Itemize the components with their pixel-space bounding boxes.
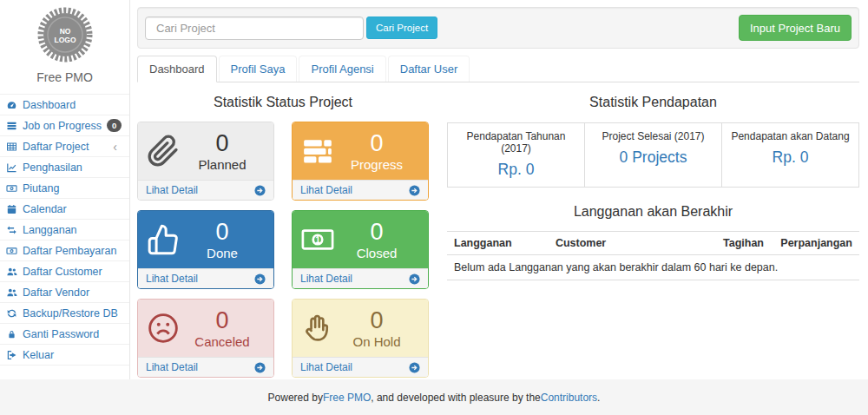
tab-bar: Dashboard Profil Saya Profil Agensi Daft… [137, 56, 859, 82]
tab-profil-agensi[interactable]: Profil Agensi [299, 56, 385, 82]
banknote-icon: 1 [301, 223, 334, 256]
card-done: 0 Done Lihat Detail [137, 210, 274, 289]
card-closed: 1 0 Closed Lihat Detail [292, 210, 429, 289]
revenue-header: Pendapatan Tahunan (2017) [451, 130, 581, 155]
footer-text: . [597, 392, 600, 404]
arrow-circle-right-icon [254, 273, 266, 285]
status-cards-grid: 0 Planned Lihat Detail [137, 122, 429, 378]
free-pmo-link[interactable]: Free PMO [323, 392, 371, 404]
card-count: 0 [370, 130, 383, 157]
sidebar-item-daftar-pembayaran[interactable]: Daftar Pembayaran [0, 240, 129, 261]
contributors-link[interactable]: Contributors [541, 392, 597, 404]
subscriptions-header-row: Langganan Customer Tagihan Perpanjangan [447, 232, 859, 255]
sidebar-menu: Dashboard Job on Progress 0 Daftar Proje… [0, 94, 129, 366]
revenue-value: Rp. 0 [451, 161, 581, 179]
no-logo-seal-icon: NO LOGO [37, 7, 93, 63]
search-input[interactable] [145, 16, 364, 40]
sidebar-item-job-on-progress[interactable]: Job on Progress 0 [0, 115, 129, 136]
card-canceled: 0 Canceled Lihat Detail [137, 299, 274, 378]
revenue-cell-akan-datang: Pendapatan akan Datang Rp. 0 [722, 123, 858, 187]
svg-text:NO: NO [59, 27, 70, 36]
card-label: Canceled [194, 334, 249, 349]
hand-paper-icon [301, 312, 334, 345]
sidebar-item-calendar[interactable]: Calendar [0, 199, 129, 220]
subscriptions-empty-row: Belum ada Langganan yang akan berakhir d… [447, 255, 859, 280]
money-icon [6, 246, 17, 256]
planned-detail-link[interactable]: Lihat Detail [138, 180, 273, 200]
sidebar-item-label: Dashboard [23, 99, 76, 111]
sidebar-item-label: Langganan [23, 224, 77, 236]
tab-daftar-user[interactable]: Daftar User [388, 56, 470, 82]
card-count: 0 [215, 219, 228, 246]
tab-profil-saya[interactable]: Profil Saya [219, 56, 298, 82]
tab-dashboard[interactable]: Dashboard [137, 56, 217, 82]
card-label: Progress [351, 157, 403, 172]
sidebar-item-langganan[interactable]: Langganan [0, 220, 129, 240]
refresh-icon [6, 308, 17, 319]
sidebar-item-backup-restore-db[interactable]: Backup/Restore DB [0, 303, 129, 324]
sidebar-item-label: Keluar [23, 349, 54, 361]
sidebar-item-label: Daftar Customer [23, 266, 102, 278]
revenue-section-title: Statistik Pendapatan [447, 95, 859, 110]
on-hold-detail-link[interactable]: Lihat Detail [293, 357, 428, 377]
arrow-circle-right-icon [409, 273, 420, 285]
card-label: On Hold [352, 334, 400, 349]
new-project-button[interactable]: Input Project Baru [739, 15, 852, 41]
column-header: Langganan [447, 232, 549, 255]
detail-link-label: Lihat Detail [146, 273, 198, 285]
count-badge: 0 [107, 119, 122, 133]
sidebar-item-ganti-password[interactable]: Ganti Password [0, 324, 129, 345]
brand-name: Free PMO [0, 70, 129, 84]
arrow-circle-right-icon [409, 185, 420, 196]
revenue-cell-tahunan: Pendapatan Tahunan (2017) Rp. 0 [448, 123, 585, 187]
sidebar-item-keluar[interactable]: Keluar [0, 345, 129, 366]
sidebar-item-daftar-project[interactable]: Daftar Project ‹ [0, 136, 129, 157]
revenue-value: Rp. 0 [726, 148, 855, 167]
retweet-icon [6, 225, 17, 235]
dashboard-content: Statistik Status Project 0 Planned [137, 82, 859, 378]
detail-link-label: Lihat Detail [300, 184, 352, 196]
svg-text:LOGO: LOGO [54, 36, 76, 44]
revenue-header: Pendapatan akan Datang [726, 130, 855, 142]
subscriptions-table: Langganan Customer Tagihan Perpanjangan … [447, 231, 859, 280]
sidebar-item-penghasilan[interactable]: Penghasilan [0, 157, 129, 178]
revenue-header: Project Selesai (2017) [589, 130, 718, 142]
status-section-title: Statistik Status Project [137, 95, 429, 110]
frown-icon [147, 312, 180, 345]
card-count: 0 [370, 307, 383, 334]
sidebar-item-daftar-customer[interactable]: Daftar Customer [0, 261, 129, 282]
main-content: Cari Project Input Project Baru Dashboar… [130, 0, 868, 379]
revenue-cell-selesai: Project Selesai (2017) 0 Projects [585, 123, 722, 187]
card-label: Planned [198, 157, 246, 172]
users-icon [6, 267, 17, 277]
done-detail-link[interactable]: Lihat Detail [138, 268, 273, 288]
sidebar-item-label: Penghasilan [23, 161, 82, 174]
card-count: 0 [370, 219, 383, 246]
svg-text:1: 1 [315, 235, 320, 245]
thumbs-up-icon [147, 223, 180, 256]
table-icon [6, 142, 17, 152]
sidebar-item-daftar-vendor[interactable]: Daftar Vendor [0, 282, 129, 303]
card-count: 0 [215, 307, 228, 334]
app-window: NO LOGO Free PMO Dashboard Job on Progre… [0, 0, 868, 379]
closed-detail-link[interactable]: Lihat Detail [293, 268, 428, 288]
detail-link-label: Lihat Detail [300, 273, 352, 285]
tasks-icon [6, 121, 17, 131]
canceled-detail-link[interactable]: Lihat Detail [138, 357, 273, 377]
sidebar-item-label: Daftar Vendor [23, 287, 89, 299]
sidebar-item-label: Daftar Project [23, 141, 89, 153]
search-button[interactable]: Cari Project [366, 16, 437, 39]
sidebar-item-label: Piutang [23, 182, 59, 194]
arrow-circle-right-icon [254, 185, 266, 196]
status-section: Statistik Status Project 0 Planned [137, 86, 429, 378]
sidebar-item-dashboard[interactable]: Dashboard [0, 95, 129, 115]
progress-detail-link[interactable]: Lihat Detail [293, 180, 428, 200]
tachometer-icon [6, 100, 17, 110]
sidebar: NO LOGO Free PMO Dashboard Job on Progre… [0, 0, 130, 379]
money-icon [6, 183, 17, 194]
empty-message: Belum ada Langganan yang akan berakhir d… [447, 255, 859, 280]
arrow-circle-right-icon [254, 362, 266, 373]
footer-text: Powered by [268, 392, 323, 404]
detail-link-label: Lihat Detail [146, 184, 198, 196]
sidebar-item-piutang[interactable]: Piutang [0, 178, 129, 199]
